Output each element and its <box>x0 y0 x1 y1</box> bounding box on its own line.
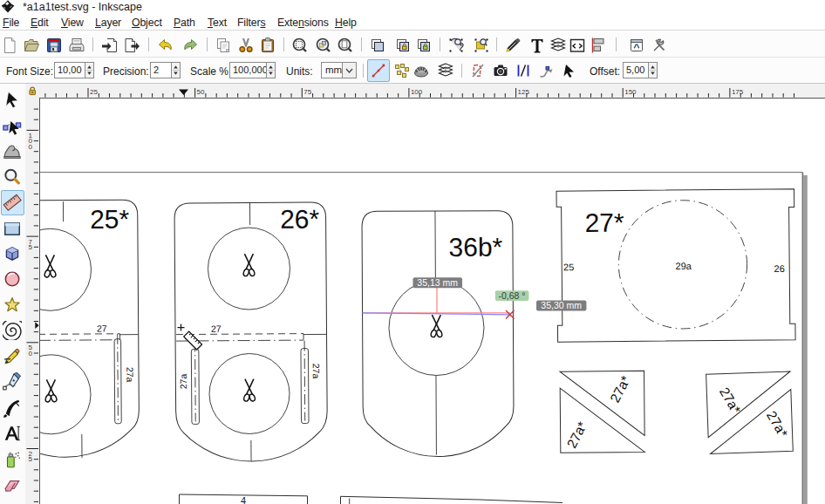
svg-text:36b*: 36b* <box>448 233 502 262</box>
svg-text:35,30 mm: 35,30 mm <box>541 300 582 310</box>
svg-text:27*: 27* <box>584 208 624 237</box>
svg-text:5: 5 <box>29 243 33 251</box>
svg-text:125: 125 <box>518 88 530 96</box>
svg-text:-0,68 °: -0,68 ° <box>498 290 525 301</box>
svg-text:25*: 25* <box>90 205 130 234</box>
svg-text:25: 25 <box>563 262 574 272</box>
svg-text:100: 100 <box>411 88 423 96</box>
svg-text:27: 27 <box>97 323 107 333</box>
svg-text:27: 27 <box>211 324 222 334</box>
svg-text:26: 26 <box>774 263 784 274</box>
svg-text:0: 0 <box>29 350 33 358</box>
svg-text:0: 0 <box>29 143 33 151</box>
svg-text:175: 175 <box>732 88 744 96</box>
svg-text:4: 4 <box>241 495 246 504</box>
svg-text:26*: 26* <box>280 204 320 233</box>
svg-text:50: 50 <box>197 88 205 96</box>
svg-text:27a: 27a <box>125 367 135 383</box>
svg-text:29a: 29a <box>675 261 692 271</box>
svg-text:27a*: 27a* <box>607 373 633 405</box>
svg-text:5: 5 <box>29 455 33 463</box>
svg-text:27a*: 27a* <box>717 385 744 416</box>
svg-text:25: 25 <box>90 88 98 96</box>
svg-text:27a: 27a <box>178 374 188 390</box>
svg-text:35,13 mm: 35,13 mm <box>417 277 458 288</box>
svg-text:150: 150 <box>624 88 637 96</box>
svg-text:27a*: 27a* <box>764 408 791 439</box>
svg-text:27a: 27a <box>311 364 322 379</box>
svg-text:27a*: 27a* <box>563 419 590 451</box>
svg-text:75: 75 <box>303 88 311 96</box>
